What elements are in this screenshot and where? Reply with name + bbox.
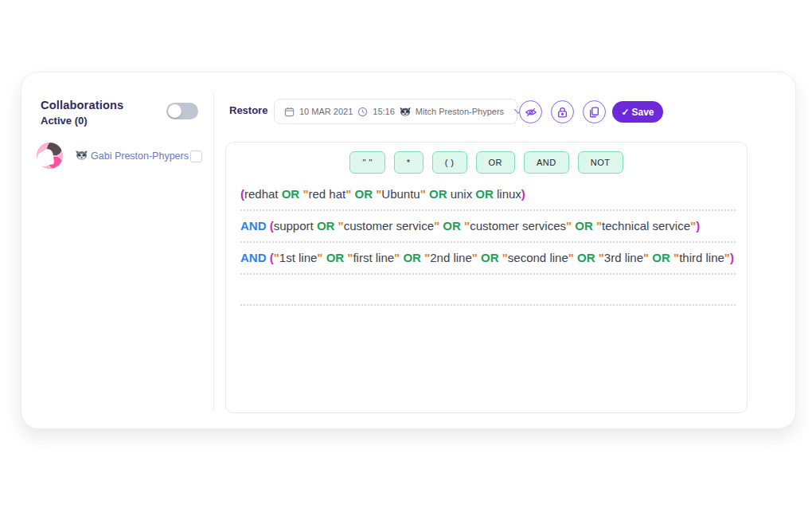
query-token: OR bbox=[475, 187, 497, 201]
insert-or-button[interactable]: OR bbox=[476, 151, 516, 174]
collaborations-title: Collaborations bbox=[41, 99, 123, 111]
query-token: ) bbox=[696, 219, 700, 233]
query-token: unix bbox=[451, 187, 476, 201]
insert-and-button[interactable]: AND bbox=[524, 151, 569, 174]
insert-wildcard-button[interactable]: * bbox=[394, 151, 424, 174]
version-date: 10 MAR 2021 bbox=[299, 107, 353, 116]
operator-buttons-bar: " "*( )ORANDNOT bbox=[226, 151, 747, 174]
eye-off-icon bbox=[525, 107, 537, 118]
query-row[interactable] bbox=[240, 275, 736, 306]
collaborations-toggle[interactable] bbox=[166, 103, 198, 119]
lock-query-button[interactable] bbox=[551, 100, 574, 123]
query-token: OR bbox=[577, 251, 599, 264]
version-select[interactable]: 10 MAR 2021 15:16 Mitch Preston-Phypers bbox=[274, 99, 517, 124]
check-icon: ✓ bbox=[621, 107, 629, 118]
insert-not-button[interactable]: NOT bbox=[578, 151, 623, 174]
query-token: " bbox=[472, 251, 478, 264]
query-token: linux bbox=[497, 187, 521, 201]
copy-query-button[interactable] bbox=[583, 100, 606, 123]
save-button[interactable]: ✓ Save bbox=[612, 101, 663, 123]
collaborator-avatar bbox=[37, 143, 63, 169]
query-token: customer service bbox=[344, 219, 434, 233]
query-token: 1st line bbox=[279, 251, 318, 264]
query-token: AND bbox=[240, 219, 270, 233]
query-token: Ubuntu bbox=[381, 187, 420, 201]
query-row[interactable]: AND ("1st line" OR "first line" OR "2nd … bbox=[240, 243, 736, 275]
query-token: red hat bbox=[309, 187, 346, 201]
calendar-icon bbox=[284, 107, 295, 117]
insert-parens-button[interactable]: ( ) bbox=[432, 151, 467, 174]
query-token: third line bbox=[679, 251, 724, 264]
query-token: ) bbox=[521, 187, 525, 201]
collaborator-checkbox[interactable] bbox=[190, 150, 202, 162]
query-token: second line bbox=[508, 251, 568, 264]
query-token: 3rd line bbox=[604, 251, 643, 264]
collaboration-card: Collaborations Active (0) Gabi Preston-P… bbox=[21, 72, 796, 429]
insert-quotes-button[interactable]: " " bbox=[349, 151, 385, 174]
query-token: " bbox=[420, 187, 426, 201]
query-token: support bbox=[274, 219, 317, 233]
query-token: AND bbox=[240, 251, 270, 264]
query-token: " bbox=[599, 251, 604, 264]
query-token: OR bbox=[652, 251, 673, 264]
query-token: " bbox=[502, 251, 508, 264]
collaborator-name: Gabi Preston-Phypers bbox=[91, 150, 189, 162]
query-token: ) bbox=[730, 251, 734, 264]
copy-icon bbox=[589, 107, 599, 118]
query-token: OR bbox=[317, 219, 338, 233]
clock-icon bbox=[357, 107, 368, 117]
raccoon-icon bbox=[76, 150, 88, 160]
query-token: OR bbox=[403, 251, 424, 264]
query-token: OR bbox=[481, 251, 502, 264]
query-token: 2nd line bbox=[430, 251, 472, 264]
version-time: 15:16 bbox=[373, 107, 395, 116]
version-user: Mitch Preston-Phypers bbox=[416, 107, 504, 116]
page: Collaborations Active (0) Gabi Preston-P… bbox=[0, 0, 812, 508]
query-token: OR bbox=[429, 187, 451, 201]
query-token: OR bbox=[355, 187, 377, 201]
query-token: redhat bbox=[244, 187, 282, 201]
query-token: " bbox=[338, 219, 344, 233]
restore-label: Restore bbox=[229, 104, 267, 116]
query-token: technical service bbox=[602, 219, 690, 233]
query-token: OR bbox=[575, 219, 596, 233]
query-row[interactable]: (redhat OR "red hat" OR "Ubuntu" OR unix… bbox=[240, 175, 736, 211]
toggle-knob bbox=[168, 104, 182, 118]
active-count: Active (0) bbox=[41, 115, 88, 127]
query-row[interactable]: AND (support OR "customer service" OR "c… bbox=[240, 211, 736, 243]
hide-query-button[interactable] bbox=[519, 100, 542, 123]
query-editor[interactable]: " "*( )ORANDNOT (redhat OR "red hat" OR … bbox=[225, 142, 748, 413]
lock-icon bbox=[557, 107, 568, 118]
query-token: customer services bbox=[470, 219, 566, 233]
query-token: first line bbox=[353, 251, 394, 264]
query-token: " bbox=[568, 251, 574, 264]
query-rows: (redhat OR "red hat" OR "Ubuntu" OR unix… bbox=[240, 175, 736, 306]
query-token: OR bbox=[282, 187, 303, 201]
query-token: OR bbox=[326, 251, 348, 264]
query-token: " bbox=[274, 251, 279, 264]
collaborator-row[interactable]: Gabi Preston-Phypers bbox=[37, 143, 205, 170]
query-token: " bbox=[724, 251, 730, 264]
query-token: " bbox=[303, 187, 308, 201]
query-token: OR bbox=[443, 219, 464, 233]
sidebar-divider bbox=[213, 93, 214, 412]
raccoon-icon bbox=[400, 107, 411, 116]
save-button-label: Save bbox=[632, 107, 654, 118]
